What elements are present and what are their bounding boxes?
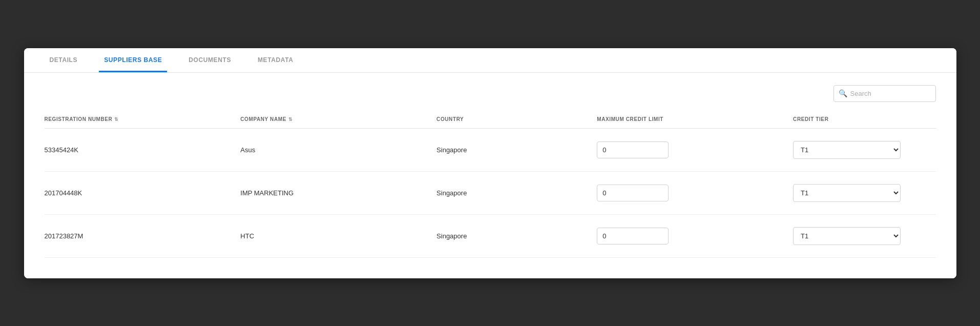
table-header: REGISTRATION NUMBER⇅COMPANY NAME⇅COUNTRY… — [45, 112, 936, 129]
cell-company-name: HTC — [240, 214, 436, 257]
th-reg-number[interactable]: REGISTRATION NUMBER⇅ — [45, 112, 241, 129]
cell-company-name: Asus — [240, 128, 436, 171]
search-input[interactable] — [833, 85, 936, 102]
tab-documents[interactable]: DOCUMENTS — [183, 48, 236, 72]
cell-reg-number: 201704448K — [45, 171, 241, 214]
table-row: 201704448KIMP MARKETINGSingaporeT1T2T3 — [45, 171, 936, 214]
credit-tier-select[interactable]: T1T2T3 — [793, 141, 901, 159]
credit-limit-input[interactable] — [597, 228, 669, 244]
sort-icon-company-name: ⇅ — [288, 117, 293, 122]
th-max-credit: MAXIMUM CREDIT LIMIT — [597, 112, 793, 129]
cell-credit-tier: T1T2T3 — [793, 214, 935, 257]
th-credit-tier: CREDIT TIER — [793, 112, 935, 129]
cell-max-credit — [597, 128, 793, 171]
th-company-name[interactable]: COMPANY NAME⇅ — [240, 112, 436, 129]
cell-country: Singapore — [436, 171, 597, 214]
cell-max-credit — [597, 171, 793, 214]
credit-limit-input[interactable] — [597, 141, 669, 158]
credit-tier-select[interactable]: T1T2T3 — [793, 227, 901, 245]
cell-country: Singapore — [436, 128, 597, 171]
cell-max-credit — [597, 214, 793, 257]
cell-reg-number: 53345424K — [45, 128, 241, 171]
cell-country: Singapore — [436, 214, 597, 257]
tab-metadata[interactable]: METADATA — [253, 48, 298, 72]
tab-suppliers-base[interactable]: SUPPLIERS BASE — [99, 48, 167, 72]
search-row: 🔍 — [45, 85, 936, 102]
th-country: COUNTRY — [436, 112, 597, 129]
header-row: REGISTRATION NUMBER⇅COMPANY NAME⇅COUNTRY… — [45, 112, 936, 129]
search-wrapper: 🔍 — [833, 85, 936, 102]
credit-tier-select[interactable]: T1T2T3 — [793, 184, 901, 202]
suppliers-table: REGISTRATION NUMBER⇅COMPANY NAME⇅COUNTRY… — [45, 112, 936, 258]
table-body: 53345424KAsusSingaporeT1T2T3201704448KIM… — [45, 128, 936, 257]
credit-limit-input[interactable] — [597, 185, 669, 201]
content-area: 🔍 REGISTRATION NUMBER⇅COMPANY NAME⇅COUNT… — [24, 73, 956, 278]
tabs-bar: DETAILSSUPPLIERS BASEDOCUMENTSMETADATA — [24, 48, 956, 73]
sort-icon-reg-number: ⇅ — [114, 117, 119, 122]
cell-reg-number: 201723827M — [45, 214, 241, 257]
cell-credit-tier: T1T2T3 — [793, 128, 935, 171]
cell-company-name: IMP MARKETING — [240, 171, 436, 214]
main-window: DETAILSSUPPLIERS BASEDOCUMENTSMETADATA 🔍… — [24, 48, 956, 278]
tab-details[interactable]: DETAILS — [45, 48, 83, 72]
table-row: 201723827MHTCSingaporeT1T2T3 — [45, 214, 936, 257]
cell-credit-tier: T1T2T3 — [793, 171, 935, 214]
table-row: 53345424KAsusSingaporeT1T2T3 — [45, 128, 936, 171]
